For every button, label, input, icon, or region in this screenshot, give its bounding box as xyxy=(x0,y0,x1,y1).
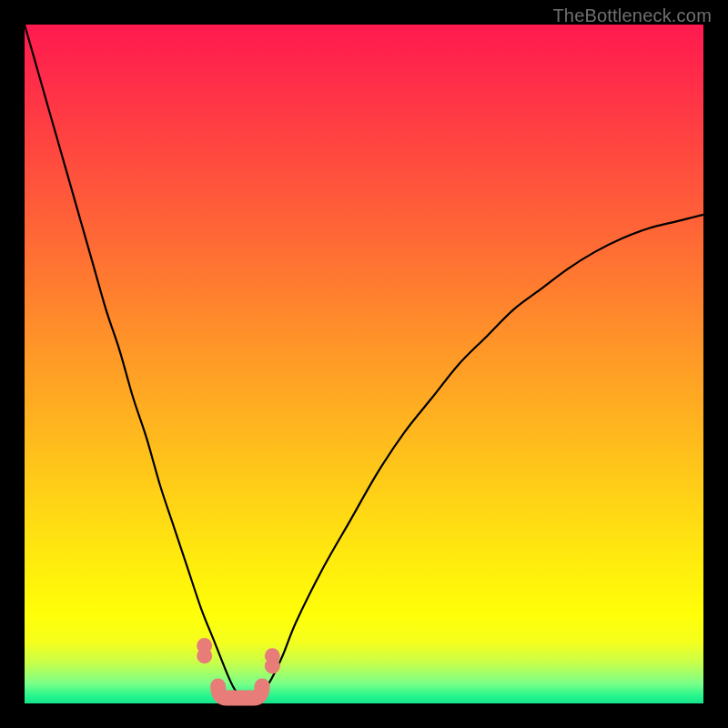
svg-point-1 xyxy=(197,648,212,663)
chart-svg xyxy=(25,25,703,703)
highlight-markers xyxy=(197,638,280,698)
svg-point-3 xyxy=(265,658,280,673)
bottleneck-curve xyxy=(25,25,703,698)
watermark-text: TheBottleneck.com xyxy=(552,5,712,26)
